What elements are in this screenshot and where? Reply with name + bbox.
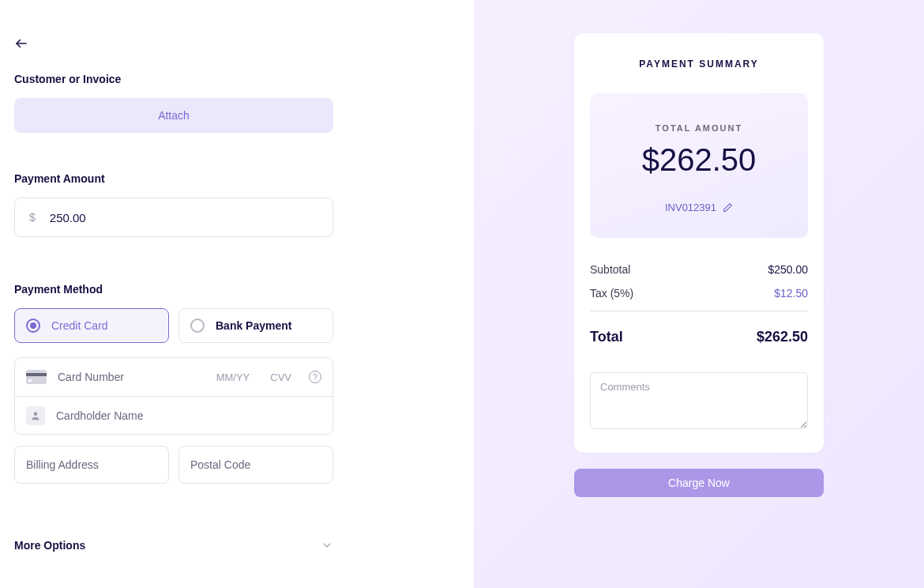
method-row: Credit Card Bank Payment: [14, 308, 460, 343]
edit-icon: [723, 202, 733, 213]
dollar-icon: $: [29, 211, 36, 224]
subtotal-label: Subtotal: [590, 263, 630, 276]
method-bank-payment[interactable]: Bank Payment: [178, 308, 333, 343]
attach-button[interactable]: Attach: [14, 98, 333, 133]
method-bank-label: Bank Payment: [216, 319, 291, 332]
invoice-reference[interactable]: INV012391: [665, 202, 733, 213]
back-icon[interactable]: [14, 36, 28, 51]
amount-label: Payment Amount: [14, 172, 460, 185]
person-icon: [26, 406, 45, 425]
billing-placeholder: Billing Address: [26, 458, 157, 471]
chevron-down-icon: [321, 539, 333, 552]
amount-field[interactable]: $: [14, 198, 333, 237]
radio-selected-icon: [26, 318, 40, 333]
total-label: TOTAL AMOUNT: [598, 123, 800, 133]
divider: [590, 311, 808, 311]
charge-button[interactable]: Charge Now: [574, 469, 824, 497]
card-block: Card Number MM/YY CVV ? Cardholder Name: [14, 357, 333, 435]
method-credit-label: Credit Card: [51, 319, 108, 332]
summary-panel: PAYMENT SUMMARY TOTAL AMOUNT $262.50 INV…: [474, 0, 924, 588]
subtotal-value: $250.00: [768, 263, 808, 276]
more-options-toggle[interactable]: More Options: [14, 539, 333, 552]
cardholder-row[interactable]: Cardholder Name: [15, 396, 332, 434]
postal-code-field[interactable]: Postal Code: [178, 446, 333, 484]
summary-tax: Tax (5%) $12.50: [590, 287, 808, 300]
summary-heading: PAYMENT SUMMARY: [590, 58, 808, 70]
summary-subtotal: Subtotal $250.00: [590, 263, 808, 276]
postal-placeholder: Postal Code: [190, 458, 321, 471]
address-row: Billing Address Postal Code: [14, 446, 460, 484]
cardholder-placeholder: Cardholder Name: [56, 409, 321, 422]
more-options-label: More Options: [14, 539, 85, 552]
radio-unselected-icon: [190, 318, 205, 333]
comments-input[interactable]: [590, 372, 808, 429]
summary-total-line: Total $262.50: [590, 329, 808, 345]
method-label: Payment Method: [14, 283, 460, 296]
form-panel: Customer or Invoice Attach Payment Amoun…: [0, 0, 474, 588]
total-line-value: $262.50: [757, 329, 808, 345]
card-cvv-placeholder: CVV: [270, 371, 291, 383]
total-box: TOTAL AMOUNT $262.50 INV012391: [590, 93, 808, 238]
tax-label: Tax (5%): [590, 287, 633, 300]
total-amount: $262.50: [598, 142, 800, 178]
total-line-label: Total: [590, 329, 623, 345]
invoice-ref-text: INV012391: [665, 202, 716, 213]
tax-value: $12.50: [774, 287, 808, 300]
method-credit-card[interactable]: Credit Card: [14, 308, 169, 343]
card-number-placeholder: Card Number: [58, 371, 196, 383]
credit-card-icon: [26, 370, 47, 384]
card-exp-placeholder: MM/YY: [216, 371, 250, 383]
amount-input[interactable]: [50, 211, 318, 224]
help-icon[interactable]: ?: [309, 371, 321, 383]
card-number-row[interactable]: Card Number MM/YY CVV ?: [15, 358, 332, 396]
svg-point-1: [34, 412, 38, 416]
customer-label: Customer or Invoice: [14, 73, 460, 85]
billing-address-field[interactable]: Billing Address: [14, 446, 169, 484]
summary-card: PAYMENT SUMMARY TOTAL AMOUNT $262.50 INV…: [574, 33, 824, 453]
